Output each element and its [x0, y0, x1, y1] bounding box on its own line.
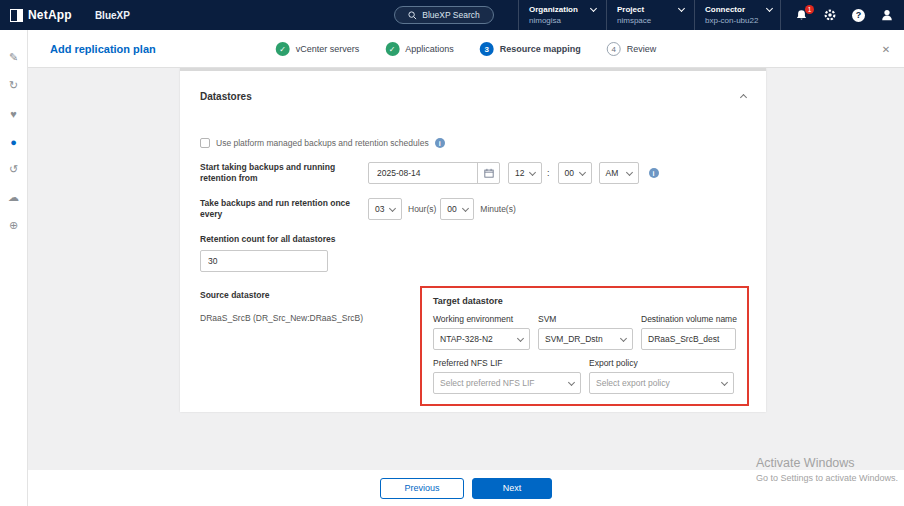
- hour-value: 12: [515, 168, 524, 178]
- netapp-logo-icon: [10, 9, 23, 22]
- step-label: Review: [627, 44, 657, 54]
- chevron-down-icon: [625, 169, 632, 176]
- search-label: BlueXP Search: [422, 10, 480, 20]
- user-account-button[interactable]: [880, 8, 894, 22]
- chevron-down-icon: [389, 205, 396, 212]
- previous-button[interactable]: Previous: [380, 478, 464, 499]
- target-datastore-title: Target datastore: [433, 296, 736, 306]
- step-complete-icon: [385, 42, 399, 56]
- backup-start-label: Start taking backups and running retenti…: [200, 162, 368, 184]
- netapp-logo: NetApp BlueXP: [10, 0, 130, 30]
- source-datastore-value: DRaaS_SrcB (DR_Src_New:DRaaS_SrcB): [200, 313, 420, 323]
- chevron-down-icon: [517, 335, 524, 342]
- step-number: 3: [480, 42, 494, 56]
- frequency-minute-select[interactable]: 00: [440, 198, 474, 220]
- backup-start-row: Start taking backups and running retenti…: [200, 162, 746, 184]
- step-number: 4: [607, 42, 621, 56]
- retention-count-label: Retention count for all datastores: [200, 234, 746, 244]
- step-label: Resource mapping: [500, 44, 581, 54]
- frequency-hour-value: 03: [375, 204, 384, 214]
- connector-menu[interactable]: Connector bxp-con-ubu22: [694, 0, 782, 30]
- sidebar-item-health[interactable]: ↻: [6, 78, 21, 93]
- hours-unit-label: Hour(s): [408, 204, 436, 214]
- health-icon: ↻: [9, 79, 18, 92]
- sidebar-item-storage[interactable]: ✎: [6, 50, 21, 65]
- close-wizard-button[interactable]: [880, 43, 892, 55]
- gear-icon: [823, 8, 837, 22]
- sidebar-item-protection[interactable]: ♥: [6, 106, 21, 121]
- organization-menu[interactable]: Organization nimogisa: [518, 0, 606, 30]
- sidebar-item-mobility[interactable]: ↺: [6, 162, 21, 177]
- source-datastore-label: Source datastore: [200, 290, 420, 300]
- help-button[interactable]: [852, 9, 865, 22]
- working-environment-select[interactable]: NTAP-328-N2: [433, 328, 530, 350]
- backup-start-date-picker[interactable]: 2025-08-14: [368, 162, 500, 184]
- target-row-1: Working environment NTAP-328-N2 SVM SVM_…: [433, 314, 736, 350]
- search-icon: [408, 11, 417, 20]
- platform-backup-checkbox[interactable]: [200, 138, 210, 148]
- time-separator: :: [547, 168, 550, 178]
- chevron-down-icon: [590, 5, 597, 12]
- chevron-down-icon: [766, 5, 773, 12]
- organization-menu-label: Organization: [529, 5, 578, 14]
- platform-backup-option: Use platform managed backups and retenti…: [200, 138, 746, 148]
- step-resource-mapping[interactable]: 3 Resource mapping: [480, 42, 581, 56]
- datastore-mapping-row: Source datastore DRaaS_SrcB (DR_Src_New:…: [200, 286, 746, 406]
- step-vcenter-servers[interactable]: vCenter servers: [276, 42, 360, 56]
- topbar-icon-cluster: 1: [780, 0, 894, 30]
- windows-activation-watermark: Activate Windows Go to Settings to activ…: [756, 456, 898, 483]
- connector-menu-label: Connector: [705, 5, 745, 14]
- export-policy-select[interactable]: Select export policy: [589, 372, 734, 394]
- chevron-down-icon: [620, 335, 627, 342]
- sidebar-item-disaster-recovery[interactable]: ●: [6, 134, 21, 149]
- backup-start-date-value: 2025-08-14: [377, 168, 420, 178]
- datastores-card: Datastores Use platform managed backups …: [180, 68, 766, 412]
- connector-menu-value: bxp-con-ubu22: [705, 16, 772, 25]
- sidebar-item-control[interactable]: ⊕: [6, 218, 21, 233]
- preferred-nfs-lif-select[interactable]: Select preferred NFS LIF: [433, 372, 581, 394]
- watermark-line1: Activate Windows: [756, 456, 898, 470]
- next-button[interactable]: Next: [472, 478, 552, 499]
- ampm-select[interactable]: AM: [599, 162, 639, 184]
- project-menu[interactable]: Project nimspace: [606, 0, 694, 30]
- wizard-content-area: Datastores Use platform managed backups …: [28, 68, 904, 470]
- backup-frequency-row: Take backups and run retention once ever…: [200, 198, 746, 220]
- organization-menu-value: nimogisa: [529, 16, 596, 25]
- hour-select[interactable]: 12: [508, 162, 542, 184]
- notification-count-badge: 1: [805, 5, 814, 14]
- minutes-unit-label: Minute(s): [480, 204, 515, 214]
- info-icon[interactable]: [649, 168, 659, 178]
- calendar-button[interactable]: [477, 163, 499, 183]
- chevron-down-icon: [678, 5, 685, 12]
- bluexp-search-button[interactable]: BlueXP Search: [394, 6, 494, 24]
- chevron-down-icon: [529, 169, 536, 176]
- working-environment-value: NTAP-328-N2: [440, 334, 493, 344]
- svm-label: SVM: [538, 314, 633, 324]
- destination-volume-input[interactable]: [641, 328, 736, 350]
- ampm-value: AM: [606, 168, 619, 178]
- step-label: Applications: [405, 44, 454, 54]
- product-name: BlueXP: [95, 10, 130, 21]
- wizard-header: Add replication plan vCenter servers App…: [28, 30, 904, 68]
- info-icon[interactable]: [435, 138, 445, 148]
- chevron-down-icon: [568, 379, 575, 386]
- datastores-section-header: Datastores: [180, 71, 766, 102]
- step-applications[interactable]: Applications: [385, 42, 454, 56]
- preferred-nfs-lif-placeholder: Select preferred NFS LIF: [440, 378, 534, 388]
- settings-button[interactable]: [823, 8, 837, 22]
- destination-volume-label: Destination volume name: [641, 314, 736, 324]
- step-label: vCenter servers: [296, 44, 360, 54]
- collapse-chevron-icon[interactable]: [740, 94, 747, 101]
- analysis-icon: ☁: [8, 191, 19, 204]
- notifications-button[interactable]: 1: [795, 9, 808, 22]
- export-policy-placeholder: Select export policy: [596, 378, 670, 388]
- minute-select[interactable]: 00: [558, 162, 592, 184]
- step-review[interactable]: 4 Review: [607, 42, 657, 56]
- frequency-hour-select[interactable]: 03: [368, 198, 402, 220]
- sidebar-item-analysis[interactable]: ☁: [6, 190, 21, 205]
- wizard-steps: vCenter servers Applications 3 Resource …: [276, 30, 657, 68]
- disaster-recovery-icon: ●: [10, 136, 17, 148]
- retention-count-input[interactable]: [200, 250, 328, 272]
- chevron-down-icon: [462, 205, 469, 212]
- svm-select[interactable]: SVM_DR_Dstn: [538, 328, 633, 350]
